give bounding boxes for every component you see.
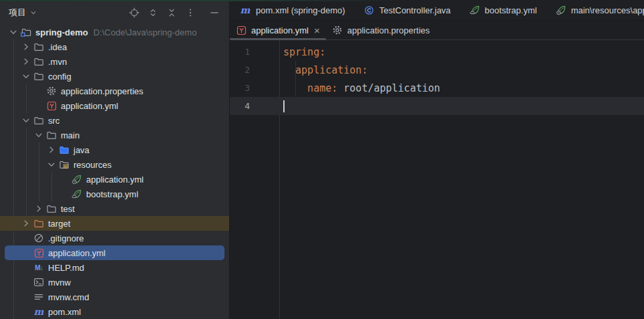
line-number: 3 — [230, 83, 279, 93]
folder-icon — [45, 129, 57, 141]
tree-item-bootstrap-yml[interactable]: bootstrap.yml — [0, 187, 229, 201]
tree-indent — [19, 275, 33, 290]
code-line-3[interactable]: 3 name: root/application — [230, 79, 644, 97]
hide-panel-button[interactable] — [206, 5, 222, 21]
tree-item-application-properties[interactable]: application.properties — [0, 84, 229, 98]
chevron-down-icon[interactable] — [7, 25, 20, 39]
tree-indent — [32, 98, 45, 113]
chevron-right-icon[interactable] — [32, 201, 45, 216]
excluded-folder-icon — [33, 217, 45, 229]
tab-label: TestController.java — [379, 5, 451, 15]
tree-indent — [57, 187, 71, 201]
tree-item-application-yml-resources[interactable]: application.yml — [0, 172, 229, 187]
chevron-down-icon[interactable] — [29, 9, 37, 17]
chevron-right-icon[interactable] — [19, 54, 33, 69]
tree-indent — [32, 84, 45, 98]
terminal-file-icon — [33, 276, 45, 288]
java-class-icon — [364, 5, 375, 15]
properties-file-icon — [45, 85, 57, 97]
folder-icon — [33, 114, 45, 126]
maven-icon: m — [239, 5, 251, 15]
code-line-1[interactable]: 1 spring: — [230, 43, 644, 61]
resources-folder-icon — [58, 158, 70, 171]
chevron-right-icon[interactable] — [19, 39, 33, 54]
tree-item-mvn[interactable]: .mvn — [0, 54, 229, 69]
spring-leaf-icon — [470, 5, 480, 15]
project-root-folder-icon — [20, 26, 32, 38]
collapse-all-button[interactable] — [164, 5, 180, 21]
code-line-2[interactable]: 2 application: — [230, 61, 644, 79]
project-tree: spring-demo D:\Code\Java\spring-demo .id… — [0, 25, 229, 319]
folder-icon — [33, 56, 45, 68]
tree-indent — [19, 260, 33, 275]
folder-icon — [33, 41, 45, 53]
editor-tab-row-1: m pom.xml (spring-demo) TestController.j… — [230, 0, 644, 21]
chevron-down-icon[interactable] — [19, 113, 33, 128]
line-number: 2 — [230, 65, 279, 75]
yaml-key: application: — [283, 64, 367, 76]
tree-item-target[interactable]: target — [0, 216, 229, 231]
tree-item-help-md[interactable]: M↓ HELP.md — [0, 260, 229, 275]
chevron-right-icon[interactable] — [19, 216, 33, 231]
yaml-value: root/application — [337, 82, 440, 94]
yaml-file-icon — [236, 25, 247, 35]
tree-item-mvnw-cmd[interactable]: mvnw.cmd — [0, 290, 229, 304]
tree-item-java[interactable]: java — [0, 142, 229, 157]
maven-file-icon: m — [33, 307, 45, 316]
tree-item-pom-xml[interactable]: m pom.xml — [0, 304, 229, 319]
tree-indent — [19, 245, 33, 260]
tree-item-mvnw[interactable]: mvnw — [0, 275, 229, 290]
ide-window: 项目 spring-demo D:\Code\Java\spring-demo — [0, 0, 644, 319]
spring-leaf-icon — [71, 173, 83, 185]
tab-pom-xml[interactable]: m pom.xml (spring-demo) — [230, 0, 355, 20]
properties-file-icon — [332, 25, 343, 35]
chevron-down-icon[interactable] — [32, 128, 45, 142]
code-editor[interactable]: 1 spring: 2 application: 3 name: root/ap… — [230, 40, 644, 319]
tree-indent — [19, 231, 33, 245]
tree-item-application-yml-config[interactable]: application.yml — [0, 98, 229, 113]
text-file-icon — [33, 291, 45, 303]
spring-leaf-icon — [556, 5, 567, 15]
yaml-file-icon — [33, 247, 45, 259]
more-options-button[interactable] — [182, 5, 198, 21]
tree-item-application-yml-root[interactable]: application.yml — [5, 245, 224, 260]
tree-item-spring-demo[interactable]: spring-demo D:\Code\Java\spring-demo — [0, 25, 229, 39]
tree-indent — [57, 172, 71, 187]
tree-indent — [19, 290, 33, 304]
panel-header-actions — [126, 5, 222, 21]
tab-application-yml-active[interactable]: application.yml × — [230, 21, 326, 39]
folder-icon — [33, 70, 45, 82]
markdown-file-icon: M↓ — [33, 264, 45, 272]
folder-icon — [45, 203, 57, 215]
tree-item-resources[interactable]: resources — [0, 157, 229, 172]
tab-main-resources-application-yml[interactable]: main\resources\application.yml — [546, 0, 644, 20]
tab-label: pom.xml (spring-demo) — [256, 5, 345, 15]
spring-leaf-icon — [71, 188, 83, 200]
tab-label: main\resources\application.yml — [571, 5, 644, 15]
text-caret — [283, 100, 285, 112]
project-panel-header: 项目 — [0, 0, 229, 25]
tree-item-main[interactable]: main — [0, 128, 229, 142]
ignore-file-icon — [33, 232, 45, 244]
expand-all-button[interactable] — [145, 5, 161, 21]
editor-area: m pom.xml (spring-demo) TestController.j… — [230, 0, 644, 319]
yaml-key: name: — [283, 82, 337, 94]
chevron-down-icon[interactable] — [45, 157, 58, 172]
tree-item-idea[interactable]: .idea — [0, 39, 229, 54]
tab-testcontroller-java[interactable]: TestController.java — [355, 0, 460, 20]
line-number: 4 — [230, 101, 279, 111]
project-panel-title[interactable]: 项目 — [9, 7, 26, 19]
chevron-down-icon[interactable] — [19, 69, 33, 84]
close-icon[interactable]: × — [314, 25, 320, 35]
source-folder-icon — [58, 144, 70, 156]
chevron-right-icon[interactable] — [45, 142, 58, 157]
code-line-4-active[interactable]: 4 — [230, 97, 644, 115]
editor-tab-row-2: application.yml × application.properties — [230, 21, 644, 40]
tab-application-properties[interactable]: application.properties — [326, 21, 436, 39]
tab-bootstrap-yml[interactable]: bootstrap.yml — [460, 0, 546, 20]
tree-item-config[interactable]: config — [0, 69, 229, 84]
tree-item-src[interactable]: src — [0, 113, 229, 128]
locate-file-button[interactable] — [126, 5, 142, 21]
tree-item-test[interactable]: test — [0, 201, 229, 216]
tree-item-gitignore[interactable]: .gitignore — [0, 231, 229, 245]
